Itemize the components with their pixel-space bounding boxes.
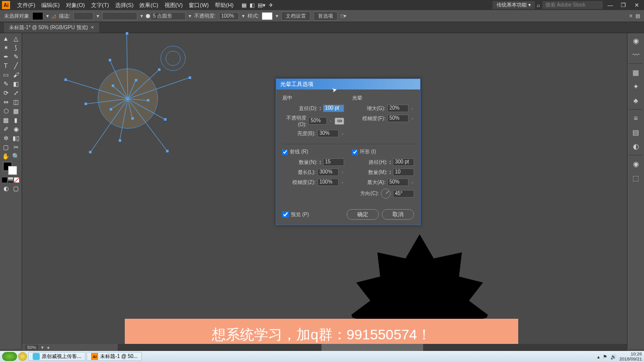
cancel-button[interactable]: 取消: [382, 209, 414, 220]
menu-help[interactable]: 帮助(H): [212, 2, 236, 9]
tray-volume-icon[interactable]: 🔊: [610, 354, 616, 359]
rings-checkbox[interactable]: 环形 (I): [352, 148, 414, 155]
tab-close-icon[interactable]: ×: [91, 25, 94, 30]
menu-file[interactable]: 文件(F): [14, 2, 38, 9]
graph-tool[interactable]: ▮▯: [11, 134, 21, 142]
preview-checkbox[interactable]: 预览 (P): [282, 211, 309, 218]
window-close[interactable]: ✕: [631, 2, 642, 9]
ring-largest-input[interactable]: 50%: [387, 178, 409, 186]
transparency-panel-icon[interactable]: ◐: [630, 141, 641, 152]
type-tool[interactable]: T: [1, 61, 11, 70]
document-tab[interactable]: 未标题-1* @ 50% (RGB/GPU 预览) ×: [4, 23, 99, 33]
zoom-tool[interactable]: 🔍: [11, 152, 21, 160]
hand-tool[interactable]: ✋: [1, 152, 11, 160]
style-swatch[interactable]: [262, 12, 273, 20]
document-setup-button[interactable]: 文档设置: [281, 12, 310, 21]
preferences-button[interactable]: 首选项: [313, 12, 338, 21]
center-opacity-arrow[interactable]: ›: [329, 119, 333, 124]
menu-edit[interactable]: 编辑(E): [38, 2, 63, 9]
layers-panel-icon[interactable]: ⬚: [630, 172, 641, 184]
direct-selection-tool[interactable]: △: [11, 34, 21, 43]
menu-select[interactable]: 选择(S): [112, 2, 137, 9]
none-mode[interactable]: [14, 177, 19, 183]
ray-count-input[interactable]: 15: [323, 158, 344, 166]
taskbar-app-1[interactable]: 原创威视上传客...: [28, 352, 86, 361]
shaper-tool[interactable]: ✎: [1, 79, 11, 88]
magic-wand-tool[interactable]: ✶: [1, 43, 11, 52]
fill-swatch[interactable]: [32, 12, 43, 20]
ring-path-spinner[interactable]: ▴▾: [389, 160, 391, 165]
gradient-mode[interactable]: [8, 177, 13, 183]
workspace-switcher[interactable]: 传统基本功能 ▾: [493, 1, 535, 9]
diameter-spinner[interactable]: ▴▾: [319, 106, 321, 111]
ray-fuzz-input[interactable]: 100%: [317, 178, 339, 186]
arrange-icon[interactable]: ▤▾: [258, 2, 266, 9]
background-color[interactable]: [8, 166, 17, 175]
properties-panel-icon[interactable]: ◉: [630, 35, 641, 46]
diameter-input[interactable]: 100 pt: [323, 105, 344, 112]
ring-largest-arrow[interactable]: ›: [411, 180, 414, 185]
start-button[interactable]: [2, 352, 17, 361]
pinned-app[interactable]: [18, 352, 27, 361]
eyedropper-tool[interactable]: ✐: [1, 125, 11, 133]
ray-fuzz-arrow[interactable]: ›: [341, 180, 344, 185]
brightness-input[interactable]: 30%: [317, 130, 339, 137]
menu-object[interactable]: 对象(O): [63, 2, 88, 9]
screen-mode[interactable]: ▢: [11, 184, 21, 193]
fill-mode[interactable]: [2, 177, 7, 183]
rotate-tool[interactable]: ⟳: [1, 88, 11, 97]
align-icon[interactable]: □▾: [341, 13, 346, 19]
adobe-stock-search[interactable]: 搜索 Adobe Stock: [542, 1, 603, 9]
ray-count-spinner[interactable]: ▴▾: [319, 160, 321, 165]
stroke-panel-icon[interactable]: ≡: [630, 113, 641, 124]
width-tool[interactable]: ⇔: [1, 98, 11, 106]
eraser-tool[interactable]: ◧: [11, 79, 21, 88]
taskbar-app-illustrator[interactable]: Ai未标题-1 @ 50...: [87, 352, 142, 361]
ray-longest-arrow[interactable]: ›: [341, 170, 344, 175]
zoom-level[interactable]: 50%: [25, 345, 38, 350]
shape-builder-tool[interactable]: ⬡: [1, 107, 11, 115]
blend-tool[interactable]: ◉: [11, 125, 21, 133]
stock-icon[interactable]: ◧: [250, 2, 255, 9]
rectangle-tool[interactable]: ▭: [1, 70, 11, 79]
tray-expand-icon[interactable]: ▴: [597, 354, 600, 359]
gradient-panel-icon[interactable]: ▤: [630, 127, 641, 138]
drawing-mode[interactable]: ◐: [1, 184, 11, 193]
lasso-tool[interactable]: ⟆: [11, 43, 21, 52]
ring-count-input[interactable]: 10: [393, 168, 414, 176]
free-transform-tool[interactable]: ◫: [11, 98, 21, 106]
stroke-profile[interactable]: [102, 12, 137, 20]
system-clock[interactable]: 10:26 2018/09/21: [619, 351, 642, 361]
brushes-panel-icon[interactable]: ▦: [630, 67, 641, 78]
panel-menu-icon[interactable]: ▤: [635, 13, 640, 19]
tray-icon[interactable]: ⚑: [603, 354, 607, 359]
menu-view[interactable]: 视图(V): [162, 2, 186, 9]
brightness-arrow[interactable]: ›: [341, 131, 344, 136]
artboard-tool[interactable]: ▢: [1, 143, 11, 151]
window-restore[interactable]: ❐: [618, 2, 629, 9]
gradient-tool[interactable]: ▮: [11, 116, 21, 124]
pen-tool[interactable]: ✒: [1, 52, 11, 61]
color-picker[interactable]: [1, 162, 21, 176]
selection-tool[interactable]: ▲: [1, 34, 11, 43]
direction-dial[interactable]: [381, 189, 391, 199]
slice-tool[interactable]: ✂: [11, 143, 21, 151]
bridge-icon[interactable]: ▦: [242, 2, 247, 9]
window-minimize[interactable]: —: [605, 2, 616, 8]
ring-count-spinner[interactable]: ▴▾: [389, 170, 391, 175]
ring-path-input[interactable]: 300 pt: [393, 158, 414, 166]
ok-button[interactable]: 确定: [347, 209, 379, 220]
panel-toggle-icon[interactable]: ≡: [629, 13, 632, 19]
line-tool[interactable]: ╱: [11, 61, 21, 70]
menu-type[interactable]: 文字(T): [88, 2, 112, 9]
libraries-panel-icon[interactable]: 〰: [630, 49, 641, 60]
halo-fuzz-input[interactable]: 50%: [387, 115, 409, 122]
stroke-weight[interactable]: [73, 12, 94, 20]
growth-input[interactable]: 20%: [387, 105, 409, 112]
halo-fuzz-arrow[interactable]: ›: [411, 116, 414, 121]
mesh-tool[interactable]: ▦: [1, 116, 11, 124]
center-opacity-input[interactable]: 50%: [308, 117, 327, 125]
horizontal-scrollbar[interactable]: [118, 344, 627, 351]
paintbrush-tool[interactable]: 🖌: [11, 70, 21, 79]
swatches-panel-icon[interactable]: ✦: [630, 81, 641, 92]
